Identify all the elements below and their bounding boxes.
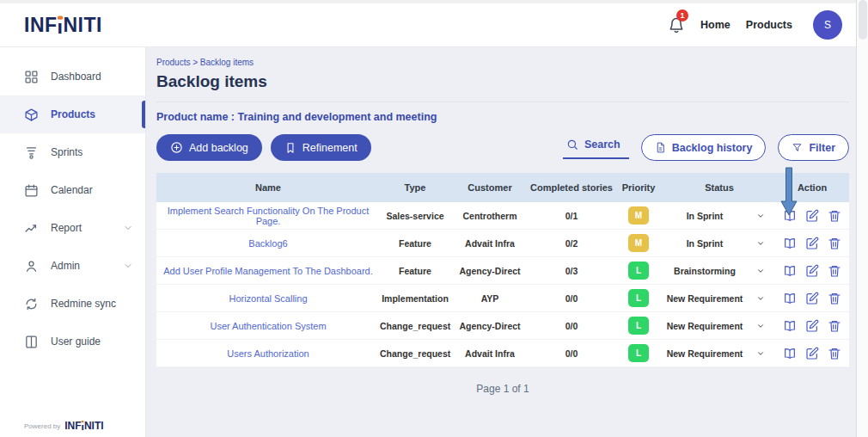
powered-by: Powered by INFINITI [24,420,104,432]
open-book-icon [783,319,797,333]
sidebar-item-calendar[interactable]: Calendar [0,171,145,209]
scrollbar[interactable] [856,0,868,437]
backlog-name-link[interactable]: User Authentication System [210,321,326,331]
delete-button[interactable] [828,209,841,223]
completed-stories-cell: 0/0 [529,348,614,359]
view-button[interactable] [783,347,797,360]
notification-count-badge: 1 [676,9,688,22]
backlog-name-link[interactable]: Implement Search Functionality On The Pr… [168,206,370,226]
edit-button[interactable] [805,292,819,305]
open-book-icon [783,264,797,278]
status-dropdown[interactable]: Brainstorming [663,266,775,276]
sidebar-item-admin[interactable]: Admin [0,247,145,285]
view-button[interactable] [783,292,797,305]
sidebar-item-label: Dashboard [51,71,101,83]
table-row: Horizontal Scalling Implementation AYP 0… [156,285,849,312]
edit-pencil-icon [805,209,819,223]
edit-button[interactable] [805,237,819,250]
customer-cell: AYP [450,293,529,304]
sync-icon [24,297,39,311]
sidebar-item-redmine-sync[interactable]: Redmine sync [0,285,145,323]
scrollbar-thumb[interactable] [859,0,867,40]
backlog-table: Name Type Customer Completed stories Pri… [156,173,849,367]
column-header-customer: Customer [450,182,529,193]
sidebar-item-label: Admin [51,260,80,272]
delete-button[interactable] [828,237,841,250]
delete-button[interactable] [828,347,841,360]
backlog-history-button[interactable]: Backlog history [641,134,767,161]
status-dropdown[interactable]: New Requirement [663,321,775,331]
trash-icon [828,209,841,223]
sidebar-item-dashboard[interactable]: Dashboard [0,58,145,95]
backlog-name-link[interactable]: Users Authorization [227,348,309,359]
user-avatar[interactable]: S [813,10,842,40]
sidebar-item-user-guide[interactable]: User guide [0,323,145,360]
edit-button[interactable] [805,209,819,223]
edit-button[interactable] [805,319,819,333]
sidebar-item-report[interactable]: Report [0,209,145,247]
app-header: INFINITI 1 Home Products S [0,3,868,47]
header-right: 1 Home Products S [668,10,842,40]
backlog-name-link[interactable]: Horizontal Scalling [229,293,307,304]
sidebar-item-label: Redmine sync [51,298,116,310]
type-cell: Change_request [380,348,450,359]
edit-button[interactable] [805,347,819,360]
sidebar-item-label: Sprints [51,146,83,158]
toolbar: Add backlog Refinement Search [156,134,849,161]
status-dropdown[interactable]: New Requirement [663,293,775,304]
view-button[interactable] [783,264,797,278]
customer-cell: Agency-Direct [450,321,529,331]
open-book-icon [783,237,797,250]
status-dropdown[interactable]: New Requirement [663,348,775,359]
completed-stories-cell: 0/0 [529,293,614,304]
table-row: User Authentication System Change_reques… [156,312,849,340]
nav-products-link[interactable]: Products [746,19,792,31]
notifications-button[interactable]: 1 [668,16,685,34]
open-book-icon [783,347,797,360]
column-header-priority: Priority [614,182,663,193]
priority-badge: L [628,344,649,362]
edit-pencil-icon [805,264,819,278]
completed-stories-cell: 0/2 [529,238,614,249]
sidebar-item-products[interactable]: Products [0,95,145,133]
delete-button[interactable] [828,319,841,333]
type-cell: Feature [380,238,450,249]
status-dropdown[interactable]: In Sprint [663,238,775,249]
view-button[interactable] [783,319,797,333]
brand-logo: INFINITI [24,14,102,37]
customer-cell: Advait Infra [450,238,529,249]
delete-button[interactable] [828,292,841,305]
search-toggle[interactable]: Search [563,137,629,159]
backlog-name-link[interactable]: Add User Profile Management To The Dashb… [163,266,373,276]
filter-funnel-icon [792,142,803,153]
delete-button[interactable] [828,264,841,278]
completed-stories-cell: 0/1 [529,211,614,221]
priority-badge: M [628,234,649,252]
sidebar: Dashboard Products Sprints Calendar Repo… [0,47,146,437]
chevron-down-icon [746,322,775,330]
nav-home-link[interactable]: Home [700,19,730,31]
backlog-name-link[interactable]: Backlog6 [248,238,287,249]
filter-button[interactable]: Filter [778,134,849,161]
status-dropdown[interactable]: In Sprint [663,211,775,221]
view-button[interactable] [783,237,797,250]
breadcrumb[interactable]: Products > Backlog items [156,58,849,67]
completed-stories-cell: 0/0 [529,321,614,331]
chevron-down-icon [746,294,775,303]
sidebar-item-label: Calendar [51,184,93,196]
chevron-down-icon [123,261,133,271]
table-row: Backlog6 Feature Advait Infra 0/2 M In S… [156,230,849,257]
edit-button[interactable] [805,264,819,278]
sidebar-item-sprints[interactable]: Sprints [0,133,145,171]
logo-text: NITI [63,14,101,37]
footer-brand-logo: INFINITI [64,420,103,432]
view-button[interactable] [783,209,797,223]
trend-chart-icon [24,221,39,236]
type-cell: Change_request [380,321,450,331]
customer-cell: Advait Infra [450,348,529,359]
table-row: Users Authorization Change_request Advai… [156,340,849,367]
book-icon [24,335,39,349]
refinement-button[interactable]: Refinement [271,134,371,161]
trash-icon [828,319,841,333]
add-backlog-button[interactable]: Add backlog [156,134,262,161]
